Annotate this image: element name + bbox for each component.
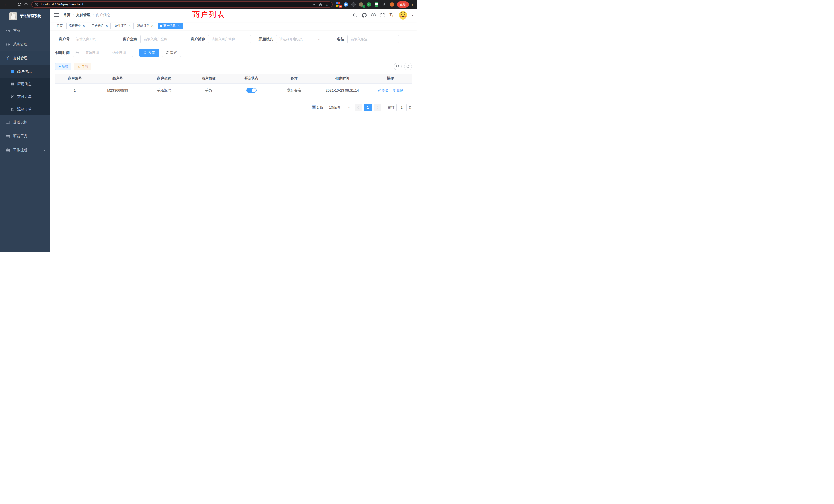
extension-green-doc-icon[interactable] bbox=[374, 2, 379, 7]
merchant-fullname-input[interactable] bbox=[140, 35, 183, 43]
navbar-tools: ? TT bbox=[353, 11, 413, 20]
col-short-name: 商户简称 bbox=[187, 74, 230, 84]
tab-home[interactable]: 首页 bbox=[54, 23, 65, 29]
site-info-icon[interactable] bbox=[35, 3, 39, 6]
extension-blue-drop-icon[interactable] bbox=[343, 2, 348, 7]
sidebar-item-system[interactable]: 系统管理 bbox=[0, 38, 50, 51]
create-time-label: 创建时间 bbox=[55, 50, 73, 55]
extension-pin-icon[interactable] bbox=[382, 2, 387, 7]
browser-home-button[interactable] bbox=[23, 1, 29, 8]
sidebar-item-pay-order[interactable]: 支付订单 bbox=[0, 90, 50, 103]
breadcrumb-current: 商户信息 bbox=[96, 13, 110, 18]
sidebar-item-label: 系统管理 bbox=[13, 42, 27, 47]
breadcrumb: 首页 / 支付管理 / 商户信息 bbox=[63, 13, 110, 18]
tab-pay-order[interactable]: 支付订单 × bbox=[112, 23, 133, 29]
extension-colorful-grid-icon[interactable]: 10 bbox=[336, 2, 341, 7]
close-icon[interactable]: × bbox=[128, 24, 131, 27]
refresh-icon bbox=[166, 51, 169, 54]
reset-button[interactable]: 重置 bbox=[161, 48, 181, 57]
sidebar-toggle-icon[interactable] bbox=[54, 12, 59, 18]
fullscreen-icon[interactable] bbox=[380, 13, 385, 18]
gear-icon bbox=[6, 42, 10, 47]
tab-refund-order[interactable]: 退款订单 × bbox=[135, 23, 156, 29]
col-remark: 备注 bbox=[273, 74, 315, 84]
chevron-down-icon bbox=[43, 149, 46, 152]
date-separator: - bbox=[105, 51, 106, 55]
font-size-icon[interactable]: TT bbox=[389, 13, 394, 17]
prev-page-button[interactable] bbox=[355, 104, 362, 111]
sidebar-item-workflow[interactable]: 工作流程 bbox=[0, 143, 50, 157]
edit-button[interactable]: 修改 bbox=[378, 88, 388, 93]
table-row: 1 M233666999 芋道源码 芋艿 我是备注 2021-10-23 08:… bbox=[55, 84, 412, 97]
tab-user-group[interactable]: 用户分组 × bbox=[89, 23, 111, 29]
browser-reload-button[interactable] bbox=[16, 1, 23, 8]
search-button[interactable]: 搜索 bbox=[139, 48, 159, 57]
sidebar-item-infrastructure[interactable]: 基础设施 bbox=[0, 115, 50, 129]
add-button[interactable]: + 新增 bbox=[55, 63, 71, 70]
breadcrumb-payment[interactable]: 支付管理 bbox=[76, 13, 90, 18]
pencil-icon bbox=[378, 89, 381, 92]
sidebar-item-dev-tools[interactable]: 研发工具 bbox=[0, 129, 50, 143]
delete-button[interactable]: 删除 bbox=[393, 88, 403, 93]
sidebar-item-merchant-info[interactable]: 商户信息 bbox=[0, 65, 50, 78]
document-icon bbox=[11, 107, 15, 111]
chevron-down-icon bbox=[43, 43, 46, 46]
remark-input[interactable] bbox=[347, 35, 399, 43]
sidebar-item-app-info[interactable]: 应用信息 bbox=[0, 78, 50, 90]
address-bar[interactable]: localhost:1024/pay/merchant ☆ bbox=[31, 1, 332, 8]
cell-create-time: 2021-10-23 08:31:14 bbox=[315, 84, 369, 97]
next-page-button[interactable] bbox=[374, 104, 381, 111]
tab-merchant-info[interactable]: 商户信息 × bbox=[158, 23, 182, 29]
password-key-icon[interactable] bbox=[312, 3, 315, 6]
close-icon[interactable]: × bbox=[82, 24, 86, 27]
grid-icon bbox=[11, 82, 15, 86]
close-icon[interactable]: × bbox=[151, 24, 154, 27]
share-icon[interactable] bbox=[319, 3, 322, 6]
end-date-input[interactable]: 结束日期 bbox=[108, 50, 130, 55]
tab-process-form[interactable]: 流程表单 × bbox=[66, 23, 88, 29]
sidebar-item-label: 退款订单 bbox=[17, 107, 31, 112]
sidebar-item-payment[interactable]: ¥ 支付管理 bbox=[0, 51, 50, 65]
browser-update-button[interactable]: 更新 bbox=[397, 1, 409, 8]
extension-avatar-icon[interactable]: 1 bbox=[359, 2, 364, 7]
toggle-search-button[interactable] bbox=[394, 63, 401, 70]
avatar-caret-icon[interactable]: ▾ bbox=[412, 13, 413, 17]
sidebar-item-home[interactable]: 首页 bbox=[0, 24, 50, 38]
start-date-input[interactable]: 开始日期 bbox=[81, 50, 104, 55]
help-icon[interactable]: ? bbox=[371, 13, 376, 18]
extension-green-check-icon[interactable]: ✓ bbox=[367, 2, 371, 7]
browser-forward-button[interactable]: → bbox=[9, 1, 16, 8]
user-avatar[interactable] bbox=[399, 11, 407, 20]
breadcrumb-home[interactable]: 首页 bbox=[63, 13, 70, 18]
search-icon bbox=[144, 51, 147, 54]
close-icon[interactable]: × bbox=[177, 24, 180, 27]
extension-dark-circle-icon[interactable] bbox=[351, 2, 356, 7]
merchant-no-input[interactable] bbox=[73, 35, 115, 43]
browser-back-button[interactable]: ← bbox=[3, 1, 9, 8]
extension-badge: 10 bbox=[339, 5, 342, 8]
col-merchant-no: 商户号 bbox=[94, 74, 141, 84]
create-time-range-picker[interactable]: 开始日期 - 结束日期 bbox=[73, 48, 133, 57]
credit-card-icon bbox=[11, 70, 15, 73]
refresh-table-button[interactable] bbox=[404, 63, 412, 70]
status-select[interactable]: 请选择开启状态 ▾ bbox=[276, 35, 322, 43]
sidebar-item-refund-order[interactable]: 退款订单 bbox=[0, 103, 50, 115]
export-button[interactable]: 导出 bbox=[74, 63, 91, 70]
github-icon[interactable] bbox=[362, 13, 367, 18]
merchant-table: 商户编号 商户号 商户全称 商户简称 开启状态 备注 创建时间 操作 1 M23… bbox=[55, 74, 412, 97]
status-toggle[interactable] bbox=[246, 88, 257, 93]
home-icon bbox=[24, 3, 28, 6]
browser-menu-icon[interactable]: ⋮ bbox=[410, 2, 414, 7]
extension-orange-avatar-icon[interactable] bbox=[390, 2, 394, 7]
header-search-icon[interactable] bbox=[353, 13, 357, 18]
app-logo[interactable]: 芋道管理系统 bbox=[0, 9, 50, 24]
page-number-button[interactable]: 1 bbox=[364, 104, 372, 111]
merchant-shortname-input[interactable] bbox=[208, 35, 251, 43]
bookmark-star-icon[interactable]: ☆ bbox=[326, 3, 329, 6]
close-icon[interactable]: × bbox=[105, 24, 108, 27]
browser-chrome: ← → localhost:1024/pay/merchant ☆ 10 1 bbox=[0, 0, 417, 9]
goto-page-input[interactable] bbox=[396, 104, 407, 111]
status-label: 开启状态 bbox=[259, 37, 276, 42]
target-icon bbox=[11, 95, 15, 98]
page-size-select[interactable]: 10条/页 ▾ bbox=[327, 104, 352, 111]
